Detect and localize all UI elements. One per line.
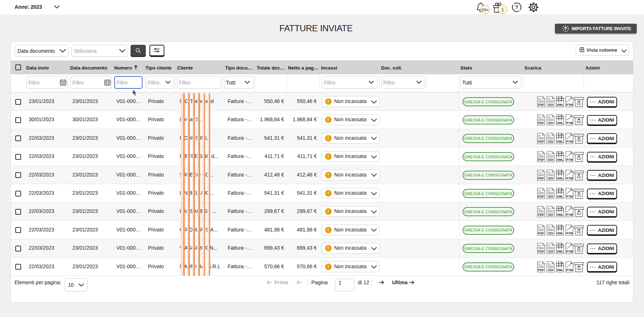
svg-text:P7M: P7M [566, 140, 573, 143]
svg-text:XML: XML [557, 213, 563, 217]
svg-text:SDI: SDI [548, 231, 553, 235]
svg-text:?: ? [515, 4, 518, 10]
svg-text:XML: XML [557, 158, 563, 162]
svg-text:SDI: SDI [548, 213, 553, 217]
svg-text:P7M: P7M [566, 158, 573, 162]
svg-text:PDF: PDF [538, 195, 544, 198]
svg-text:XML: XML [557, 121, 563, 125]
svg-text:SDI: SDI [548, 268, 553, 272]
svg-text:XML: XML [557, 195, 563, 198]
svg-text:SDI: SDI [548, 140, 553, 143]
svg-text:SDI: SDI [548, 250, 553, 253]
svg-text:P7M: P7M [566, 231, 573, 235]
svg-text:P7M: P7M [566, 103, 573, 107]
svg-text:PDF: PDF [538, 213, 544, 217]
svg-text:SDI: SDI [548, 158, 553, 162]
svg-text:PDF: PDF [538, 103, 544, 107]
svg-text:SDI: SDI [548, 177, 553, 180]
svg-text:SDI: SDI [548, 103, 553, 107]
svg-text:SDI: SDI [548, 121, 553, 125]
svg-text:XML: XML [557, 231, 563, 235]
svg-text:XML: XML [557, 268, 563, 272]
svg-text:PDF: PDF [538, 121, 544, 125]
svg-text:PDF: PDF [538, 140, 544, 143]
svg-text:SDI: SDI [548, 195, 553, 198]
svg-text:P7M: P7M [566, 121, 573, 125]
svg-text:P7M: P7M [566, 177, 573, 180]
svg-text:XML: XML [557, 177, 563, 180]
svg-text:PDF: PDF [538, 231, 544, 235]
svg-text:P7M: P7M [566, 195, 573, 198]
svg-text:P7M: P7M [566, 268, 573, 272]
svg-text:XML: XML [557, 103, 563, 107]
svg-text:PDF: PDF [538, 268, 544, 272]
svg-text:XML: XML [557, 250, 563, 253]
svg-text:PDF: PDF [538, 177, 544, 180]
svg-text:XML: XML [557, 140, 563, 143]
svg-text:PDF: PDF [538, 250, 544, 253]
svg-text:P7M: P7M [566, 213, 573, 217]
svg-text:P7M: P7M [566, 250, 573, 253]
svg-text:PDF: PDF [538, 158, 544, 162]
